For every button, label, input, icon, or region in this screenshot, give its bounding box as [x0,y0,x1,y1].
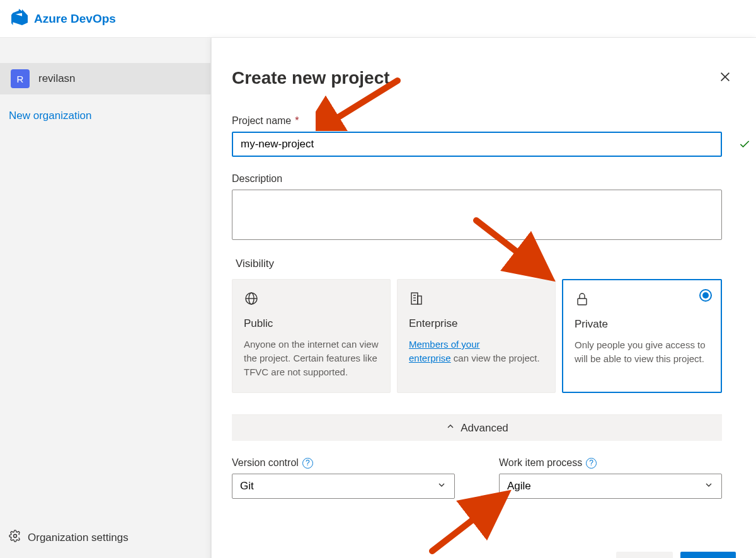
visibility-section: Visibility Public Anyone on the internet… [232,258,736,393]
body: R revilasn New organization Organization… [0,38,756,558]
visibility-label: Visibility [236,258,736,270]
visibility-enterprise-title: Enterprise [409,317,544,330]
svg-rect-6 [411,293,418,304]
azure-devops-icon [11,9,28,28]
visibility-private-title: Private [575,318,709,331]
work-item-process-label-text: Work item process [499,457,582,469]
help-icon[interactable]: ? [586,458,597,469]
project-name-label: Project name * [232,115,736,127]
visibility-option-private[interactable]: Private Only people you give access to w… [562,279,722,393]
visibility-private-desc: Only people you give access to will be a… [575,338,709,366]
version-control-value: Git [240,480,254,493]
sidebar: R revilasn New organization Organization… [0,38,211,558]
project-name-label-text: Project name [232,115,291,127]
radio-indicator [699,289,712,302]
version-control-label: Version control ? [232,457,455,469]
visibility-option-enterprise[interactable]: Enterprise Members of yourenterprise can… [397,279,556,393]
svg-point-0 [14,535,17,538]
visibility-option-public[interactable]: Public Anyone on the internet can view t… [232,279,391,393]
gear-icon [9,530,21,545]
create-button[interactable]: Create [680,552,736,558]
dialog-footer: Cancel Create [232,552,736,558]
new-organization-link[interactable]: New organization [0,94,210,137]
globe-icon [244,291,379,309]
enterprise-link-line2: enterprise [409,353,451,363]
help-icon[interactable]: ? [302,458,313,469]
chevron-up-icon [445,421,455,435]
project-name-input[interactable] [232,132,722,157]
project-name-row [232,132,736,157]
close-button[interactable] [714,66,736,90]
brand-link[interactable]: Azure DevOps [11,9,116,28]
advanced-fields: Version control ? Git Work item process … [232,452,722,499]
version-control-column: Version control ? Git [232,452,455,499]
visibility-public-title: Public [244,317,379,330]
top-bar: Azure DevOps [0,0,756,38]
work-item-process-column: Work item process ? Agile [499,452,722,499]
description-label: Description [232,173,736,185]
visibility-options: Public Anyone on the internet can view t… [232,279,722,393]
sidebar-org-item[interactable]: R revilasn [0,63,210,94]
visibility-public-desc: Anyone on the internet can view the proj… [244,338,379,379]
org-name-label: revilasn [38,72,76,85]
work-item-process-label: Work item process ? [499,457,722,469]
advanced-label: Advanced [461,422,508,435]
close-icon [718,75,732,86]
chevron-down-icon [704,480,714,493]
work-item-process-value: Agile [507,480,531,493]
version-control-select[interactable]: Git [232,474,455,499]
chevron-down-icon [437,480,447,493]
enterprise-link-line1: Members of your [409,339,480,350]
building-icon [409,291,544,309]
checkmark-icon [738,138,751,153]
org-avatar: R [11,69,30,88]
description-textarea[interactable] [232,190,722,240]
dialog-title: Create new project [232,68,390,88]
lock-icon [575,292,709,309]
visibility-enterprise-desc: Members of yourenterprise can view the p… [409,338,544,365]
required-marker: * [295,115,299,127]
enterprise-desc-post: can view the project. [451,353,540,363]
create-project-dialog: Create new project Project name * Descri… [211,38,756,558]
organization-settings-label: Organization settings [28,532,129,544]
work-item-process-select[interactable]: Agile [499,474,722,499]
brand-label: Azure DevOps [34,12,116,26]
version-control-label-text: Version control [232,457,299,469]
cancel-button[interactable]: Cancel [616,552,673,558]
svg-line-17 [432,498,501,551]
organization-settings-link[interactable]: Organization settings [0,521,210,558]
svg-rect-11 [578,299,587,305]
svg-rect-7 [418,296,421,304]
advanced-toggle[interactable]: Advanced [232,414,722,441]
